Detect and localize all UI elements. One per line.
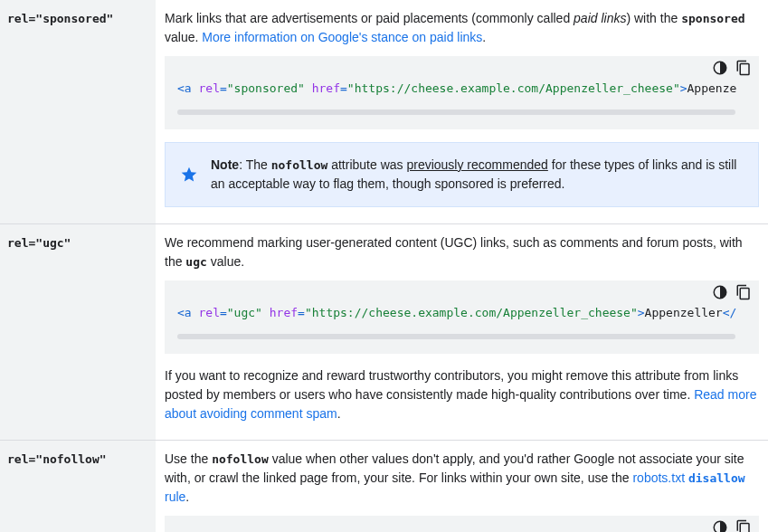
code-example: <a rel="ugc" href="https://cheese.exampl… [165, 280, 759, 354]
dark-mode-icon[interactable] [712, 60, 728, 76]
dark-mode-icon[interactable] [712, 519, 728, 532]
code-example: <a rel="nofollow" href="https://cheese.e… [165, 516, 759, 532]
rel-value-label: rel="ugc" [0, 223, 156, 440]
code-example: <a rel="sponsored" href="https://cheese.… [165, 56, 759, 129]
inline-link[interactable]: Read more about avoiding comment spam [165, 387, 756, 421]
rel-value-description: Mark links that are advertisements or pa… [156, 0, 768, 223]
table-row: rel="ugc"We recommend marking user-gener… [0, 223, 768, 440]
table-row: rel="nofollow"Use the nofollow value whe… [0, 440, 768, 532]
inline-link[interactable]: More information on Google's stance on p… [202, 30, 482, 44]
label-code: rel="nofollow" [7, 452, 107, 466]
rel-values-table: rel="sponsored"Mark links that are adver… [0, 0, 768, 532]
star-icon [180, 156, 198, 194]
copy-icon[interactable] [735, 284, 752, 300]
description-text: We recommend marking user-generated cont… [165, 233, 759, 271]
label-code: rel="ugc" [7, 236, 71, 250]
code-text: <a rel="sponsored" href="https://cheese.… [177, 80, 759, 99]
description-text: Mark links that are advertisements or pa… [165, 9, 759, 47]
note-link[interactable]: previously recommended [406, 157, 547, 172]
description-text: Use the nofollow value when other values… [165, 450, 759, 507]
rel-value-description: Use the nofollow value when other values… [156, 440, 768, 532]
copy-icon[interactable] [735, 60, 752, 76]
label-code: rel="sponsored" [7, 12, 113, 25]
rel-value-label: rel="nofollow" [0, 440, 156, 532]
horizontal-scrollbar[interactable] [177, 334, 735, 339]
inline-link[interactable]: robots.txt disallow rule [165, 470, 745, 504]
extra-paragraph: If you want to recognize and reward trus… [165, 366, 759, 423]
copy-icon[interactable] [735, 519, 752, 532]
horizontal-scrollbar[interactable] [177, 109, 735, 115]
note-text: Note: The nofollow attribute was previou… [211, 156, 744, 194]
note-callout: Note: The nofollow attribute was previou… [165, 142, 759, 207]
rel-value-description: We recommend marking user-generated cont… [156, 223, 768, 440]
code-text: <a rel="ugc" href="https://cheese.exampl… [177, 304, 759, 323]
table-row: rel="sponsored"Mark links that are adver… [0, 0, 768, 223]
dark-mode-icon[interactable] [712, 284, 728, 300]
rel-value-label: rel="sponsored" [0, 0, 156, 223]
